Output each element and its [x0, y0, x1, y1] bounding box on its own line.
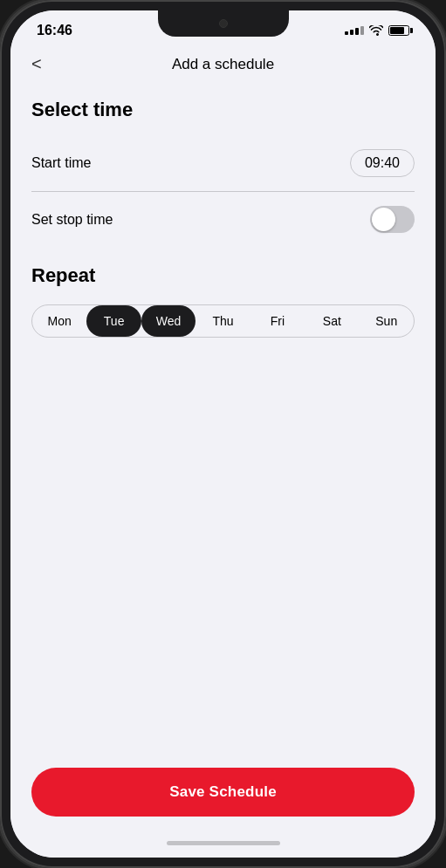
signal-icon	[345, 26, 364, 35]
nav-bar: < Add a schedule	[10, 44, 436, 81]
day-button-sat[interactable]: Sat	[305, 305, 359, 337]
day-button-wed[interactable]: Wed	[141, 305, 196, 337]
day-button-mon[interactable]: Mon	[32, 305, 86, 337]
day-button-fri[interactable]: Fri	[250, 305, 305, 337]
screen: 16:46	[10, 10, 436, 858]
select-time-section: Select time Start time 09:40 Set stop ti…	[31, 99, 415, 243]
notch	[158, 10, 289, 37]
phone-frame: 16:46	[0, 0, 446, 868]
status-icons	[345, 25, 409, 36]
save-schedule-button[interactable]: Save Schedule	[31, 768, 415, 817]
day-button-sun[interactable]: Sun	[360, 305, 414, 337]
start-time-label: Start time	[31, 155, 91, 171]
battery-icon	[388, 25, 409, 36]
back-chevron-icon: <	[31, 54, 42, 74]
bottom-area: Save Schedule	[10, 754, 436, 834]
content-area: Select time Start time 09:40 Set stop ti…	[10, 81, 436, 754]
wifi-icon	[369, 25, 383, 36]
home-indicator	[10, 834, 436, 858]
start-time-row: Start time 09:40	[31, 139, 415, 188]
stop-time-toggle[interactable]	[370, 206, 415, 233]
day-button-thu[interactable]: Thu	[196, 305, 250, 337]
toggle-thumb	[372, 208, 395, 231]
page-title: Add a schedule	[172, 56, 274, 73]
stop-time-label: Set stop time	[31, 212, 113, 228]
start-time-picker[interactable]: 09:40	[350, 149, 415, 177]
stop-time-row: Set stop time	[31, 195, 415, 243]
days-selector: MonTueWedThuFriSatSun	[31, 304, 415, 338]
camera	[219, 19, 228, 28]
divider	[31, 191, 415, 192]
back-button[interactable]: <	[31, 54, 42, 74]
repeat-heading: Repeat	[31, 264, 415, 287]
day-button-tue[interactable]: Tue	[86, 305, 141, 337]
repeat-section: Repeat MonTueWedThuFriSatSun	[31, 264, 415, 338]
select-time-heading: Select time	[31, 99, 415, 121]
home-bar	[167, 841, 280, 845]
status-time: 16:46	[37, 23, 72, 38]
